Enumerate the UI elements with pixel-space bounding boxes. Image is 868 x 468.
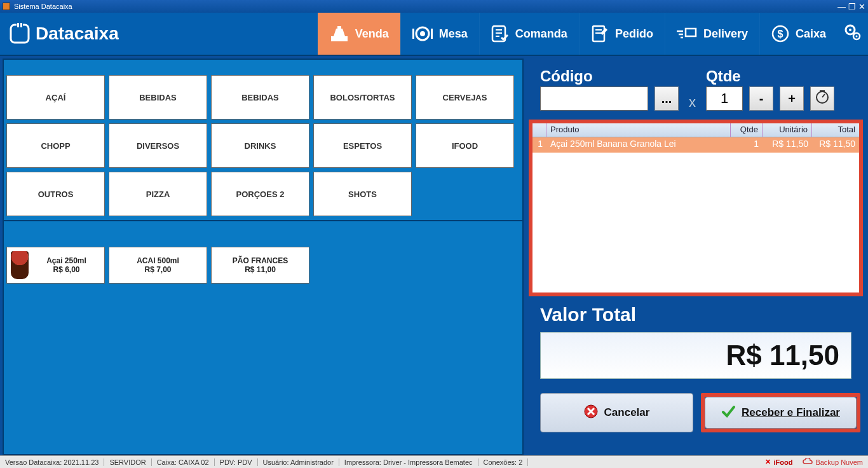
- scale-icon: [815, 90, 829, 107]
- svg-rect-28: [820, 90, 825, 92]
- check-icon: [721, 404, 735, 422]
- category-button[interactable]: BEBIDAS: [211, 75, 309, 120]
- status-backup[interactable]: Backup Nuvem: [797, 458, 868, 467]
- brand-icon: [9, 23, 31, 45]
- statusbar: Versao Datacaixa: 2021.11.23 SERVIDOR Ca…: [0, 455, 868, 468]
- svg-rect-17: [686, 29, 696, 36]
- cancel-label: Cancelar: [604, 406, 650, 419]
- svg-text:$: $: [778, 29, 783, 39]
- col-unitario: Unitário: [763, 123, 812, 137]
- note-edit-icon: [591, 25, 609, 43]
- cloud-sync-icon: [803, 458, 813, 467]
- svg-rect-3: [20, 23, 22, 27]
- maximize-button[interactable]: ❐: [848, 2, 856, 11]
- nav-mesa[interactable]: Mesa: [400, 13, 479, 55]
- product-button[interactable]: PÃO FRANCESR$ 11,00: [211, 247, 309, 284]
- status-usuario: Usuário: Administrador: [258, 458, 339, 466]
- finalize-label: Receber e Finalizar: [742, 406, 840, 419]
- nav-pedido[interactable]: Pedido: [579, 13, 665, 55]
- close-button[interactable]: ✕: [858, 2, 865, 11]
- product-price: R$ 11,00: [215, 265, 305, 274]
- status-conexoes: Conexões: 2: [478, 458, 529, 466]
- nav-venda[interactable]: Venda: [318, 13, 400, 55]
- status-caixa: Caixa: CAIXA 02: [152, 458, 215, 466]
- status-servidor: SERVIDOR: [104, 458, 151, 466]
- category-button[interactable]: OUTROS: [6, 172, 105, 216]
- qty-plus-button[interactable]: +: [780, 86, 804, 111]
- dollar-circle-icon: $: [771, 25, 789, 43]
- row-produto: Açai 250ml Banana Granola Lei: [546, 137, 731, 153]
- codigo-input[interactable]: [540, 86, 648, 111]
- cancel-button[interactable]: Cancelar: [540, 393, 693, 432]
- col-qtde: Qtde: [731, 123, 763, 137]
- minimize-button[interactable]: —: [837, 2, 846, 11]
- lookup-button[interactable]: ...: [654, 86, 679, 111]
- svg-rect-8: [412, 29, 414, 39]
- row-unitario: R$ 11,50: [763, 137, 812, 153]
- gear-icon: [843, 23, 862, 45]
- total-label: Valor Total: [526, 303, 865, 326]
- category-button[interactable]: DIVERSOS: [109, 123, 207, 168]
- scale-button[interactable]: [810, 86, 834, 111]
- entry-row: Código ... x Qtde - +: [526, 59, 865, 113]
- status-impressora: Impressora: Driver - Impressora Bematec: [339, 458, 478, 466]
- plate-icon: [412, 26, 433, 41]
- category-button[interactable]: PORÇOES 2: [211, 172, 309, 216]
- nav-settings[interactable]: [837, 13, 868, 55]
- nav-label: Comanda: [515, 27, 567, 41]
- product-button[interactable]: Açai 250mlR$ 6,00: [6, 247, 105, 284]
- category-button[interactable]: DRINKS: [211, 123, 309, 168]
- ticket-row[interactable]: 1Açai 250ml Banana Granola Lei1R$ 11,50R…: [532, 137, 859, 153]
- nav-delivery[interactable]: Delivery: [665, 13, 759, 55]
- qty-minus-button[interactable]: -: [749, 86, 773, 111]
- x-icon: ✕: [765, 458, 771, 466]
- category-button[interactable]: IFOOD: [416, 123, 514, 168]
- list-check-icon: [491, 25, 509, 43]
- col-produto: Produto: [546, 123, 731, 137]
- titlebar: Sistema Datacaixa — ❐ ✕: [0, 0, 868, 13]
- svg-rect-5: [337, 26, 341, 29]
- window-controls: — ❐ ✕: [837, 2, 865, 11]
- svg-rect-9: [431, 29, 433, 39]
- category-button[interactable]: SHOTS: [313, 172, 412, 216]
- main: AÇAÍBEBIDASBEBIDASBOLOS/TORTASCERVEJASCH…: [0, 56, 868, 455]
- category-button[interactable]: CERVEJAS: [416, 75, 514, 120]
- product-image: [11, 251, 29, 279]
- qtde-label: Qtde: [706, 67, 743, 85]
- left-panel: AÇAÍBEBIDASBEBIDASBOLOS/TORTASCERVEJASCH…: [3, 59, 524, 455]
- right-panel: Código ... x Qtde - + Produto Qtde: [526, 59, 865, 455]
- nav-label: Delivery: [703, 27, 748, 41]
- nav-label: Caixa: [796, 27, 826, 41]
- row-index: 1: [532, 137, 546, 153]
- product-price: R$ 6,00: [32, 265, 100, 274]
- delivery-icon: [677, 26, 697, 41]
- action-row: Cancelar Receber e Finalizar: [526, 385, 865, 432]
- svg-point-7: [420, 31, 425, 36]
- category-button[interactable]: CHOPP: [6, 123, 105, 168]
- category-button[interactable]: BEBIDAS: [109, 75, 207, 120]
- svg-rect-2: [17, 23, 19, 27]
- category-grid: AÇAÍBEBIDASBEBIDASBOLOS/TORTASCERVEJASCH…: [4, 60, 522, 221]
- row-total: R$ 11,50: [812, 137, 859, 153]
- category-button[interactable]: PIZZA: [109, 172, 207, 216]
- multiply-symbol: x: [685, 94, 700, 111]
- status-ifood[interactable]: ✕ iFood: [760, 458, 797, 466]
- codigo-label: Código: [540, 67, 648, 85]
- product-button[interactable]: ACAI 500mlR$ 7,00: [109, 247, 207, 284]
- window-title: Sistema Datacaixa: [14, 3, 72, 10]
- brand-logo: Datacaixa: [0, 13, 133, 55]
- svg-point-24: [849, 29, 851, 31]
- cash-register-icon: [330, 25, 349, 43]
- status-pdv: PDV: PDV: [215, 458, 258, 466]
- category-button[interactable]: ESPETOS: [313, 123, 412, 168]
- col-total: Total: [812, 123, 859, 137]
- qtde-input[interactable]: [706, 86, 743, 111]
- nav-caixa[interactable]: $ Caixa: [759, 13, 837, 55]
- product-name: PÃO FRANCES: [215, 256, 305, 265]
- nav-comanda[interactable]: Comanda: [479, 13, 579, 55]
- finalize-button[interactable]: Receber e Finalizar: [705, 397, 857, 429]
- ticket-table: Produto Qtde Unitário Total 1Açai 250ml …: [529, 120, 863, 296]
- nav-label: Venda: [355, 27, 389, 41]
- category-button[interactable]: AÇAÍ: [6, 75, 105, 120]
- category-button[interactable]: BOLOS/TORTAS: [313, 75, 412, 120]
